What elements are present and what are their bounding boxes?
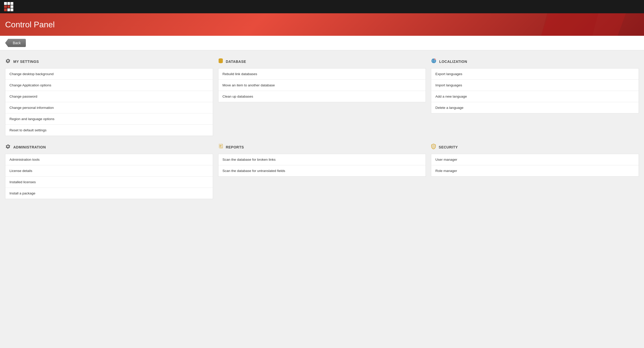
section-header-my-settings: MY SETTINGS xyxy=(5,55,213,68)
globe-icon xyxy=(431,58,437,65)
section-header-administration: ADMINISTRATION xyxy=(5,141,213,154)
list-item[interactable]: Change desktop background xyxy=(5,68,213,80)
nav-area: Back xyxy=(0,36,644,50)
section-header-localization: LOCALIZATION xyxy=(431,55,639,68)
logo-cell xyxy=(10,8,13,11)
list-item[interactable]: Delete a language xyxy=(431,102,639,113)
list-item[interactable]: License details xyxy=(5,165,213,177)
section-items-administration: Administration toolsLicense detailsInsta… xyxy=(5,154,213,199)
header-banner: Control Panel xyxy=(0,13,644,36)
list-item[interactable]: User manager xyxy=(431,154,639,165)
logo-cell xyxy=(7,8,10,11)
logo-cell xyxy=(4,2,7,5)
section-administration: ADMINISTRATIONAdministration toolsLicens… xyxy=(5,141,213,199)
section-heading-my-settings: MY SETTINGS xyxy=(13,60,39,64)
list-item[interactable]: Role manager xyxy=(431,165,639,176)
section-header-security: SECURITY xyxy=(431,141,639,154)
list-item[interactable]: Change personal information xyxy=(5,102,213,113)
section-security: SECURITYUser managerRole manager xyxy=(431,141,639,199)
list-item[interactable]: Administration tools xyxy=(5,154,213,165)
svg-point-0 xyxy=(218,58,223,60)
logo-cell xyxy=(10,5,13,8)
section-header-reports: REPORTS xyxy=(218,141,426,154)
list-item[interactable]: Change password xyxy=(5,91,213,102)
section-items-reports: Scan the database for broken linksScan t… xyxy=(218,154,426,177)
logo-cell xyxy=(7,5,10,8)
section-items-my-settings: Change desktop backgroundChange Applicat… xyxy=(5,68,213,136)
top-bar xyxy=(0,0,644,13)
main-content: MY SETTINGSChange desktop backgroundChan… xyxy=(0,50,644,204)
list-item[interactable]: Clean up databases xyxy=(218,91,426,102)
list-item[interactable]: Rebuild link databases xyxy=(218,68,426,80)
section-heading-database: DATABASE xyxy=(226,60,246,64)
back-button[interactable]: Back xyxy=(5,39,26,47)
logo-cell xyxy=(4,5,7,8)
list-item[interactable]: Reset to default settings xyxy=(5,125,213,136)
gear-icon xyxy=(5,144,11,151)
list-item[interactable]: Install a package xyxy=(5,188,213,199)
section-items-localization: Export languagesImport languagesAdd a ne… xyxy=(431,68,639,113)
section-heading-localization: LOCALIZATION xyxy=(439,60,467,64)
section-items-security: User managerRole manager xyxy=(431,154,639,177)
section-database: DATABASERebuild link databasesMove an it… xyxy=(218,55,426,136)
list-item[interactable]: Add a new language xyxy=(431,91,639,102)
report-icon xyxy=(218,144,223,151)
svg-point-5 xyxy=(435,59,436,60)
list-item[interactable]: Move an item to another database xyxy=(218,80,426,91)
logo-cell xyxy=(10,2,13,5)
section-my-settings: MY SETTINGSChange desktop backgroundChan… xyxy=(5,55,213,136)
page-title: Control Panel xyxy=(5,20,55,29)
list-item[interactable]: Installed licenses xyxy=(5,177,213,188)
list-item[interactable]: Scan the database for broken links xyxy=(218,154,426,165)
list-item[interactable]: Import languages xyxy=(431,80,639,91)
section-localization: LOCALIZATIONExport languagesImport langu… xyxy=(431,55,639,136)
list-item[interactable]: Region and language options xyxy=(5,113,213,125)
section-reports: REPORTSScan the database for broken link… xyxy=(218,141,426,199)
logo-cell xyxy=(4,8,7,11)
list-item[interactable]: Export languages xyxy=(431,68,639,80)
section-heading-administration: ADMINISTRATION xyxy=(13,145,46,149)
gear-icon xyxy=(5,58,11,65)
section-heading-reports: REPORTS xyxy=(226,145,244,149)
list-item[interactable]: Scan the database for untranslated field… xyxy=(218,165,426,176)
sections-grid: MY SETTINGSChange desktop backgroundChan… xyxy=(5,55,639,199)
shield-icon xyxy=(431,144,436,151)
app-logo[interactable] xyxy=(4,2,13,11)
database-icon xyxy=(218,58,223,65)
section-heading-security: SECURITY xyxy=(439,145,458,149)
section-header-database: DATABASE xyxy=(218,55,426,68)
section-items-database: Rebuild link databasesMove an item to an… xyxy=(218,68,426,102)
logo-cell xyxy=(7,2,10,5)
list-item[interactable]: Change Application options xyxy=(5,80,213,91)
